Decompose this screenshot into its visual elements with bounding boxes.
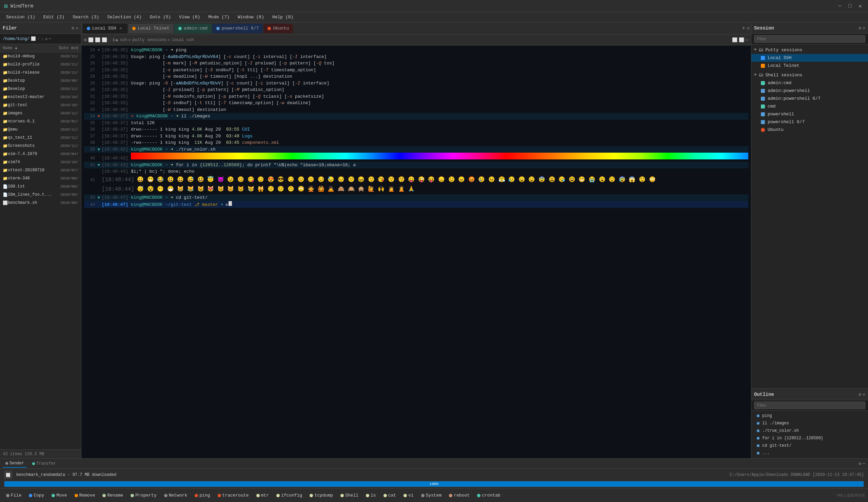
menu-window[interactable]: Window (8)	[234, 14, 268, 20]
action-cat[interactable]: cat	[380, 491, 400, 499]
menu-goto[interactable]: Goto (5)	[146, 14, 174, 20]
tree-item-powershell-67[interactable]: powershell 6/7	[751, 118, 868, 126]
tab-admin-cmd[interactable]: admin:cmd	[174, 24, 211, 33]
list-item[interactable]: 📁 qx_test_11 2020/11/	[0, 134, 81, 142]
action-property[interactable]: Property	[127, 491, 160, 499]
action-ping[interactable]: ping	[191, 491, 213, 499]
path-up-icon[interactable]: ↑	[37, 37, 40, 41]
tree-item-admin-cmd[interactable]: admin:cmd	[751, 79, 868, 87]
path-down-icon[interactable]: ↓	[41, 37, 43, 41]
list-item[interactable]: 📁 build-release 2020/11/	[0, 69, 81, 76]
tree-item-admin-powershell[interactable]: admin:powershell	[751, 87, 868, 95]
action-file[interactable]: File	[3, 491, 25, 499]
menu-search[interactable]: Search (3)	[69, 14, 102, 20]
action-copy[interactable]: Copy	[25, 491, 48, 499]
new-tab-icon[interactable]: +	[742, 25, 746, 32]
tree-item-admin-powershell-67[interactable]: admin:powershell 6/7	[751, 95, 868, 102]
action-traceroute[interactable]: traceroute	[214, 491, 252, 499]
tab-local-ssh[interactable]: Local SSH ✕	[83, 24, 127, 33]
minimize-button[interactable]: ─	[836, 2, 844, 10]
menu-session[interactable]: Session (1)	[3, 14, 39, 20]
action-system[interactable]: System	[418, 491, 445, 499]
list-item[interactable]: 📁 vim-7.4.1079 2020/04/	[0, 150, 81, 158]
expand-icon[interactable]: ⬜	[732, 37, 737, 43]
transfer-settings-icon[interactable]: ⚙	[858, 461, 861, 467]
outline-item-truecolor[interactable]: ./true_color.sh	[751, 427, 868, 434]
list-item[interactable]: 📁 build-profile 2020/11/	[0, 60, 81, 69]
outline-settings-icon[interactable]: ⚙	[858, 392, 861, 397]
terminal-content[interactable]: 24 ▼ [18:48:35] king@MACBOOK ~ ➜ ping 25…	[81, 45, 751, 458]
list-item[interactable]: 📄 10m_lines_foo.t... 2020/05/	[0, 191, 81, 199]
tree-item-ubuntu[interactable]: Ubuntu	[751, 126, 868, 134]
split-v-icon[interactable]: ⬜	[88, 37, 94, 43]
outline-item-cd[interactable]: cd git-test/	[751, 442, 868, 449]
tree-item-powershell[interactable]: powershell	[751, 110, 868, 118]
outline-item-ping[interactable]: ping	[751, 412, 868, 420]
menu-help[interactable]: Help (0)	[269, 14, 297, 20]
filer-close-icon[interactable]: ✕	[76, 25, 78, 31]
menu-view[interactable]: View (6)	[176, 14, 204, 20]
info-icon[interactable]: ℹ	[113, 37, 115, 43]
tab-powershell[interactable]: powershell 6/7	[212, 24, 263, 33]
tab-close-icon[interactable]: ✕	[118, 26, 123, 31]
list-item[interactable]: 📁 xterm-348 2019/08/	[0, 174, 81, 183]
split-h-icon[interactable]: ⬜	[95, 37, 100, 43]
close-pane-icon[interactable]: ⬜	[102, 37, 107, 43]
tabs-menu-icon[interactable]: ≡	[747, 26, 750, 31]
action-tcpdump[interactable]: tcpdump	[306, 491, 336, 499]
action-remove[interactable]: Remove	[71, 491, 99, 499]
action-ls[interactable]: ls	[362, 491, 380, 499]
list-item[interactable]: 📁 images 2020/11/	[0, 109, 81, 117]
list-item[interactable]: 📁 esctest2-master 2019/10/	[0, 93, 81, 101]
action-vi[interactable]: vi	[400, 491, 417, 499]
list-item[interactable]: 📁 ncurses-6.1 2018/01/	[0, 117, 81, 125]
transfer-more-icon[interactable]: ⋯	[862, 461, 865, 467]
action-ifconfig[interactable]: ifconfig	[273, 491, 306, 499]
more-icon[interactable]: ⋯	[746, 37, 748, 43]
path-refresh-icon[interactable]: ↺	[45, 36, 48, 41]
tab-ubuntu[interactable]: Ubuntu	[264, 24, 293, 33]
session-filter-input[interactable]	[754, 35, 865, 43]
tree-item-local-ssh[interactable]: Local SSH	[751, 54, 868, 62]
action-reboot[interactable]: reboot	[445, 491, 473, 499]
session-close-icon[interactable]: ✕	[862, 25, 865, 31]
list-item[interactable]: 📁 git-test 2019/10/	[0, 101, 81, 109]
session-settings-icon[interactable]: ⚙	[858, 25, 861, 31]
menu-selection[interactable]: Selection (4)	[104, 14, 145, 20]
tree-group-shell-header[interactable]: ▼ 🗂 Shell sessions	[751, 71, 868, 79]
list-item[interactable]: 📄 100.txt 2020/09/	[0, 183, 81, 191]
outline-close-icon[interactable]: ✕	[862, 392, 865, 397]
tab-transfer[interactable]: Transfer	[30, 460, 59, 468]
list-item[interactable]: 📁 Desktop 2020/06/	[0, 76, 81, 85]
path-back-icon[interactable]: ⬜	[31, 36, 36, 41]
outline-item-more[interactable]: ...	[751, 449, 868, 457]
list-item[interactable]: 📁 Develop 2020/11/	[0, 85, 81, 93]
close-button[interactable]: ✕	[857, 2, 864, 10]
action-crontab[interactable]: crontab	[474, 491, 504, 499]
menu-edit[interactable]: Edit (2)	[40, 14, 68, 20]
list-item[interactable]: 📁 vim74 2019/10/	[0, 158, 81, 166]
list-item[interactable]: ⬜ benchmark.sh 2019/08/	[0, 199, 81, 207]
action-mtr[interactable]: mtr	[253, 491, 272, 499]
new-session-icon[interactable]: ⊞	[84, 37, 87, 43]
play-icon[interactable]: ▶	[116, 37, 119, 43]
outline-item-ll[interactable]: ll ./images	[751, 420, 868, 427]
maximize-button[interactable]: □	[846, 2, 854, 10]
list-item[interactable]: 📁 Screenshots 2020/11/	[0, 142, 81, 150]
filer-settings-icon[interactable]: ⚙	[72, 25, 74, 31]
action-rename[interactable]: Rename	[99, 491, 126, 499]
tree-item-cmd[interactable]: cmd	[751, 102, 868, 110]
list-item[interactable]: 📁 Qemu 2020/11/	[0, 125, 81, 134]
menu-mode[interactable]: Mode (7)	[205, 14, 233, 20]
action-network[interactable]: Network	[161, 491, 191, 499]
collapse-icon[interactable]: ⬜	[739, 37, 744, 43]
tab-local-telnet[interactable]: Local Telnet	[128, 24, 174, 33]
list-item[interactable]: 📁 build-debug 2020/11/	[0, 52, 81, 60]
action-move[interactable]: Move	[48, 491, 70, 499]
tree-item-local-telnet[interactable]: Local Telnet	[751, 62, 868, 70]
list-item[interactable]: 📁 vttest-20190710 2019/07/	[0, 166, 81, 174]
outline-item-for[interactable]: for i in {128512..128589}	[751, 434, 868, 442]
outline-filter-input[interactable]	[754, 402, 865, 409]
tree-group-putty-header[interactable]: ▼ 🗂 Putty sessions	[751, 46, 868, 54]
action-shell[interactable]: Shell	[337, 491, 362, 499]
